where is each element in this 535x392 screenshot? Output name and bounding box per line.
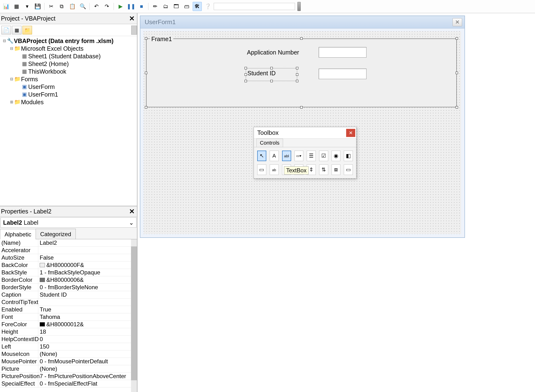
tree-node[interactable]: ⊟📁Forms bbox=[0, 75, 136, 83]
excel-icon[interactable]: 📊 bbox=[1, 2, 11, 11]
object-browser-icon[interactable]: 🗃 bbox=[182, 2, 191, 11]
reset-icon[interactable]: ■ bbox=[137, 2, 146, 11]
selection-handle-icon[interactable] bbox=[456, 37, 458, 40]
select-objects-icon[interactable]: ↖ bbox=[257, 151, 266, 161]
property-value[interactable]: &H80000012& bbox=[38, 321, 137, 328]
userform-designer-window[interactable]: UserForm1 ✕ Frame1 Application Number St… bbox=[140, 16, 465, 238]
property-value[interactable]: 1 - fmBackStyleOpaque bbox=[38, 269, 137, 276]
property-row[interactable]: BorderColor&H80000006& bbox=[0, 276, 137, 284]
frame-control[interactable]: Frame1 Application Number Student ID bbox=[146, 38, 457, 107]
property-row[interactable]: ForeColor&H80000012& bbox=[0, 321, 137, 328]
property-row[interactable]: Height18 bbox=[0, 328, 137, 336]
toolbar-combo[interactable] bbox=[214, 3, 295, 10]
property-row[interactable]: MousePointer0 - fmMousePointerDefault bbox=[0, 358, 137, 365]
property-row[interactable]: AutoSizeFalse bbox=[0, 254, 137, 261]
selection-handle-icon[interactable] bbox=[296, 73, 298, 76]
run-icon[interactable]: ▶ bbox=[116, 2, 125, 11]
paste-icon[interactable]: 📋 bbox=[68, 2, 77, 11]
menu-icon[interactable]: ▦ bbox=[12, 2, 21, 11]
label-tool-icon[interactable]: A bbox=[270, 151, 279, 161]
selection-handle-icon[interactable] bbox=[296, 67, 298, 69]
textbox-application-number[interactable] bbox=[319, 47, 366, 58]
help-icon[interactable]: ❔ bbox=[203, 2, 212, 11]
properties-object-combo[interactable]: Label2 Label ⌄ bbox=[0, 217, 136, 228]
selection-handle-icon[interactable] bbox=[145, 72, 147, 74]
view-object-icon[interactable]: ▦ bbox=[12, 26, 22, 34]
textbox-tool-icon[interactable]: abl bbox=[282, 151, 291, 161]
property-row[interactable]: FontTahoma bbox=[0, 313, 137, 321]
optionbutton-tool-icon[interactable]: ◉ bbox=[332, 151, 341, 161]
tree-twisty-icon[interactable]: ⊟ bbox=[9, 75, 14, 83]
project-explorer-scroll-icon[interactable] bbox=[131, 26, 137, 35]
commandbutton-tool-icon[interactable]: ab bbox=[270, 164, 279, 175]
toolbox-window[interactable]: Toolbox ✕ Controls ↖Aabl▭▾☰☑◉◧ ▭ab⊞⇕⇅🖼▭T… bbox=[254, 127, 356, 179]
redo-icon[interactable]: ↷ bbox=[102, 2, 111, 11]
property-value[interactable]: 0 bbox=[38, 336, 137, 343]
design-mode-icon[interactable]: ✏ bbox=[151, 2, 160, 11]
property-value[interactable]: (None) bbox=[38, 365, 137, 372]
listbox-tool-icon[interactable]: ☰ bbox=[307, 151, 316, 161]
userform-close-icon[interactable]: ✕ bbox=[453, 18, 462, 26]
properties-tab-alphabetic[interactable]: Alphabetic bbox=[0, 229, 36, 239]
property-value[interactable]: &H80000006& bbox=[38, 277, 137, 283]
property-row[interactable]: Left150 bbox=[0, 343, 137, 350]
property-row[interactable]: CaptionStudent ID bbox=[0, 291, 137, 299]
property-value[interactable]: (None) bbox=[38, 351, 137, 357]
project-explorer-close-icon[interactable]: ✕ bbox=[128, 15, 136, 22]
property-value[interactable]: Tahoma bbox=[38, 314, 137, 320]
tree-node[interactable]: ▦Sheet1 (Student Database) bbox=[0, 52, 136, 60]
frame-tool-icon[interactable]: ▭ bbox=[257, 164, 266, 175]
combobox-tool-icon[interactable]: ▭▾ bbox=[295, 151, 304, 161]
property-row[interactable]: SpecialEffect0 - fmSpecialEffectFlat bbox=[0, 380, 137, 387]
property-row[interactable]: EnabledTrue bbox=[0, 306, 137, 313]
save-icon[interactable]: 💾 bbox=[33, 2, 42, 11]
userform-titlebar[interactable]: UserForm1 ✕ bbox=[140, 16, 464, 28]
tree-twisty-icon[interactable]: ⊟ bbox=[2, 37, 7, 45]
tree-node[interactable]: ⊟📁Microsoft Excel Objects bbox=[0, 45, 136, 52]
project-tree[interactable]: ⊟🔧VBAProject (Data entry form .xlsm)⊟📁Mi… bbox=[0, 36, 137, 206]
tree-node[interactable]: ▦Sheet2 (Home) bbox=[0, 60, 136, 68]
properties-tab-categorized[interactable]: Categorized bbox=[36, 229, 76, 239]
selection-handle-icon[interactable] bbox=[245, 80, 247, 82]
selection-handle-icon[interactable] bbox=[296, 80, 298, 82]
selection-handle-icon[interactable] bbox=[300, 37, 303, 40]
property-value[interactable]: &H8000000F& bbox=[38, 262, 137, 268]
view-code-icon[interactable]: 📄 bbox=[1, 26, 11, 34]
label-student-id[interactable]: Student ID bbox=[246, 68, 297, 81]
property-value[interactable]: 0 - fmBorderStyleNone bbox=[38, 284, 137, 291]
property-value[interactable]: 150 bbox=[38, 343, 137, 350]
tree-node[interactable]: ▣UserForm1 bbox=[0, 91, 136, 98]
selection-handle-icon[interactable] bbox=[300, 106, 303, 109]
property-value[interactable]: 18 bbox=[38, 328, 137, 335]
toggle-folders-icon[interactable]: 📁 bbox=[22, 26, 32, 34]
tree-node[interactable]: ▦ThisWorkbook bbox=[0, 68, 136, 75]
property-row[interactable]: BackColor&H8000000F& bbox=[0, 261, 137, 269]
break-icon[interactable]: ❚❚ bbox=[126, 2, 136, 11]
property-value[interactable]: Label2 bbox=[38, 240, 137, 246]
properties-window-icon[interactable]: 🗔 bbox=[172, 2, 181, 11]
tree-node[interactable]: ⊟🔧VBAProject (Data entry form .xlsm) bbox=[0, 37, 136, 45]
scrollbar-thumb[interactable] bbox=[131, 246, 137, 380]
property-value[interactable]: 0 - fmSpecialEffectFlat bbox=[38, 380, 137, 387]
cut-icon[interactable]: ✂ bbox=[47, 2, 56, 11]
property-row[interactable]: HelpContextID0 bbox=[0, 336, 137, 343]
property-value[interactable]: Student ID bbox=[38, 291, 137, 298]
selection-handle-icon[interactable] bbox=[270, 67, 273, 69]
property-row[interactable]: BorderStyle0 - fmBorderStyleNone bbox=[0, 284, 137, 291]
selection-handle-icon[interactable] bbox=[245, 67, 247, 69]
property-value[interactable]: True bbox=[38, 306, 137, 313]
refedit-tool-icon[interactable]: ▭ bbox=[344, 164, 353, 175]
checkbox-tool-icon[interactable]: ☑ bbox=[319, 151, 328, 161]
property-row[interactable]: Accelerator bbox=[0, 247, 137, 254]
properties-grid[interactable]: (Name)Label2AcceleratorAutoSizeFalseBack… bbox=[0, 239, 137, 392]
property-row[interactable]: BackStyle1 - fmBackStyleOpaque bbox=[0, 269, 137, 276]
properties-close-icon[interactable]: ✕ bbox=[128, 208, 136, 215]
undo-icon[interactable]: ↶ bbox=[92, 2, 101, 11]
image-tool-icon[interactable]: 🖼 bbox=[332, 164, 341, 175]
tree-twisty-icon[interactable]: ⊞ bbox=[9, 98, 14, 106]
find-icon[interactable]: 🔍 bbox=[78, 2, 87, 11]
toolbox-titlebar[interactable]: Toolbox ✕ bbox=[254, 127, 356, 139]
tree-twisty-icon[interactable]: ⊟ bbox=[9, 45, 14, 52]
selection-handle-icon[interactable] bbox=[456, 106, 458, 109]
selection-handle-icon[interactable] bbox=[245, 73, 247, 76]
